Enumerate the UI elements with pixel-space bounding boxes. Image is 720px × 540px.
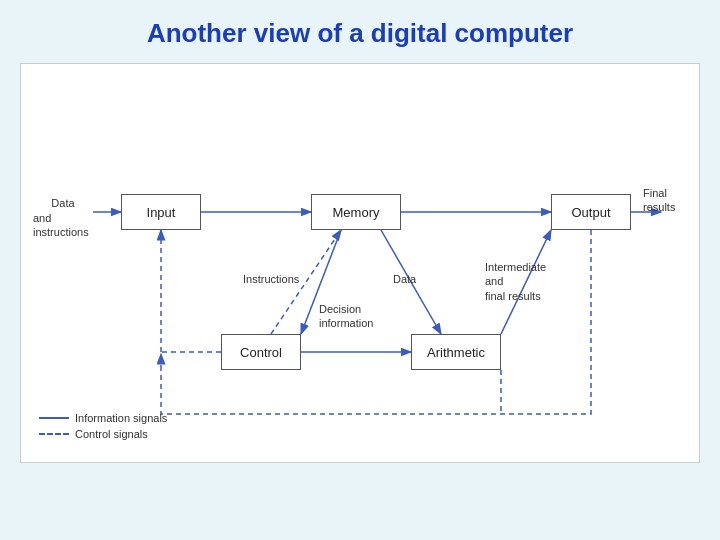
- info-signals-legend: Information signals: [39, 412, 167, 424]
- output-box: Output: [551, 194, 631, 230]
- instructions-label: Instructions: [243, 272, 299, 286]
- dashed-line-icon: [39, 433, 69, 435]
- page-title: Another view of a digital computer: [147, 18, 573, 49]
- control-box: Control: [221, 334, 301, 370]
- arithmetic-box: Arithmetic: [411, 334, 501, 370]
- input-box: Input: [121, 194, 201, 230]
- data-instructions-label: Data and instructions: [33, 182, 89, 253]
- diagram-svg: [21, 64, 699, 462]
- page: Another view of a digital computer: [0, 0, 720, 540]
- decision-label: Decisioninformation: [319, 302, 373, 331]
- solid-line-icon: [39, 417, 69, 419]
- final-results-label: Finalresults: [643, 186, 675, 215]
- ctrl-signals-legend: Control signals: [39, 428, 167, 440]
- diagram-container: Input Memory Output Control Arithmetic D…: [20, 63, 700, 463]
- memory-box: Memory: [311, 194, 401, 230]
- data-label: Data: [393, 272, 416, 286]
- intermediate-label: Intermediateandfinal results: [485, 260, 546, 303]
- legend: Information signals Control signals: [39, 412, 167, 444]
